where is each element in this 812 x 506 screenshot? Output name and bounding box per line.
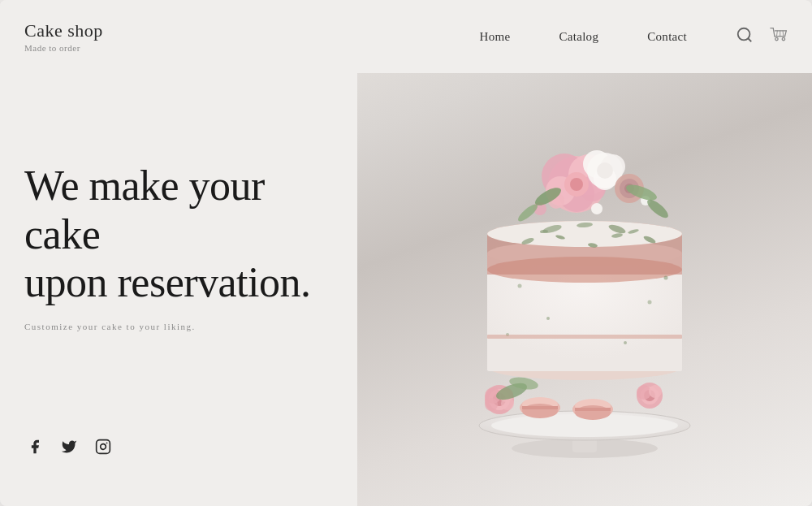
header: Cake shop Made to order Home Catalog Con… [0,0,812,73]
svg-point-22 [648,300,652,304]
logo-tagline: Made to order [24,43,103,53]
header-icons [736,26,788,47]
left-panel: We make your cake upon reservation. Cust… [0,0,357,506]
logo-title[interactable]: Cake shop [24,20,103,41]
svg-line-77 [748,38,751,41]
svg-point-59 [597,162,613,179]
nav-catalog[interactable]: Catalog [559,30,598,44]
svg-line-79 [773,28,775,37]
twitter-icon[interactable] [58,436,80,457]
hero-text-area: We make your cake upon reservation. Cust… [24,73,333,396]
svg-point-46 [649,385,662,398]
main-content: We make your cake upon reservation. Cust… [0,0,812,506]
right-panel [357,0,812,506]
svg-line-85 [783,31,784,37]
social-icons [24,436,333,457]
svg-point-86 [775,37,778,40]
svg-rect-0 [97,440,110,454]
hero-subtext: Customize your cake to your liking. [24,322,333,331]
svg-point-29 [522,404,558,418]
cart-icon[interactable] [770,26,788,47]
svg-point-87 [782,37,784,40]
search-icon[interactable] [736,26,754,47]
svg-point-65 [591,203,603,214]
main-nav: Home Catalog Contact [480,30,687,44]
svg-point-20 [518,283,522,288]
svg-point-69 [645,197,671,221]
svg-rect-34 [575,408,611,411]
svg-point-21 [546,317,550,320]
instagram-icon[interactable] [93,436,114,457]
hero-heading: We make your cake upon reservation. [24,162,333,307]
facebook-icon[interactable] [24,436,45,457]
svg-line-83 [776,31,777,37]
svg-rect-26 [487,335,682,339]
svg-point-33 [575,405,611,420]
cake-image [357,0,812,506]
nav-contact[interactable]: Contact [647,30,687,44]
svg-point-40 [485,398,498,411]
hero-heading-line2: upon reservation. [24,259,311,305]
nav-home[interactable]: Home [480,30,511,44]
logo-area: Cake shop Made to order [24,20,103,53]
svg-point-23 [624,341,627,344]
hero-heading-line1: We make your cake [24,162,265,257]
svg-point-25 [664,275,668,279]
svg-rect-30 [522,406,558,409]
page-wrapper: We make your cake upon reservation. Cust… [0,0,812,506]
svg-point-54 [570,178,583,191]
svg-point-76 [738,28,750,41]
svg-line-81 [785,31,787,37]
